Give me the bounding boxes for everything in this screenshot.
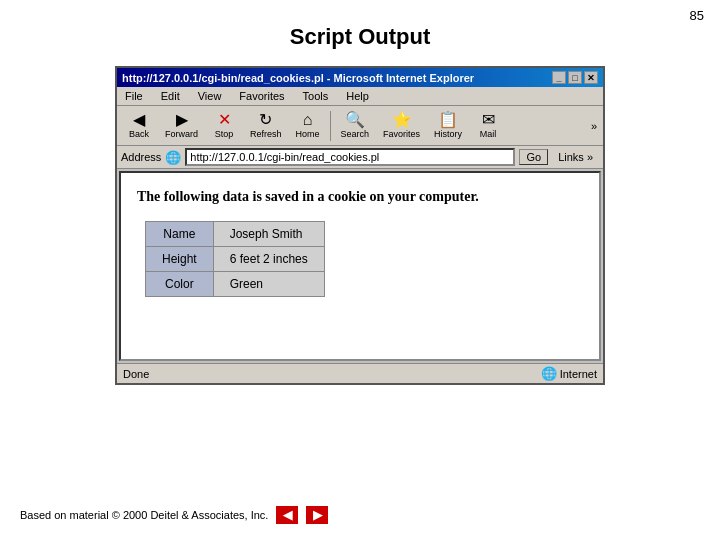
footer: Based on material © 2000 Deitel & Associ…	[20, 506, 328, 524]
home-icon: ⌂	[303, 112, 313, 128]
mail-icon: ✉	[482, 112, 495, 128]
page-number: 85	[690, 8, 704, 23]
toolbar-overflow[interactable]: »	[589, 118, 599, 134]
label-name: Name	[146, 222, 214, 247]
toolbar-separator	[330, 111, 331, 141]
address-bar: Address 🌐 Go Links »	[117, 146, 603, 169]
back-button[interactable]: ◀ Back	[121, 110, 157, 141]
address-label: Address	[121, 151, 161, 163]
status-zone: 🌐 Internet	[541, 366, 597, 381]
table-row: Name Joseph Smith	[146, 222, 325, 247]
back-icon: ◀	[133, 112, 145, 128]
address-page-icon: 🌐	[165, 150, 181, 165]
forward-label: Forward	[165, 129, 198, 139]
refresh-button[interactable]: ↻ Refresh	[244, 110, 288, 141]
zone-label: Internet	[560, 368, 597, 380]
search-label: Search	[341, 129, 370, 139]
favorites-icon: ⭐	[392, 112, 412, 128]
mail-label: Mail	[480, 129, 497, 139]
history-icon: 📋	[438, 112, 458, 128]
mail-button[interactable]: ✉ Mail	[470, 110, 506, 141]
search-button[interactable]: 🔍 Search	[335, 110, 376, 141]
back-label: Back	[129, 129, 149, 139]
address-input[interactable]	[185, 148, 515, 166]
value-color: Green	[213, 272, 324, 297]
menu-help[interactable]: Help	[342, 89, 373, 103]
title-bar: http://127.0.0.1/cgi-bin/read_cookies.pl…	[117, 68, 603, 87]
home-label: Home	[296, 129, 320, 139]
menu-edit[interactable]: Edit	[157, 89, 184, 103]
stop-icon: ✕	[218, 112, 231, 128]
title-bar-buttons: _ □ ✕	[552, 71, 598, 84]
history-label: History	[434, 129, 462, 139]
refresh-icon: ↻	[259, 112, 272, 128]
menu-favorites[interactable]: Favorites	[235, 89, 288, 103]
data-table: Name Joseph Smith Height 6 feet 2 inches…	[145, 221, 325, 297]
browser-window: http://127.0.0.1/cgi-bin/read_cookies.pl…	[115, 66, 605, 385]
table-row: Color Green	[146, 272, 325, 297]
refresh-label: Refresh	[250, 129, 282, 139]
content-area: The following data is saved in a cookie …	[119, 171, 601, 361]
links-button[interactable]: Links »	[552, 150, 599, 164]
menu-view[interactable]: View	[194, 89, 226, 103]
menu-tools[interactable]: Tools	[299, 89, 333, 103]
page-title: Script Output	[0, 24, 720, 50]
value-name: Joseph Smith	[213, 222, 324, 247]
toolbar: ◀ Back ▶ Forward ✕ Stop ↻ Refresh ⌂ Home…	[117, 106, 603, 146]
footer-text: Based on material © 2000 Deitel & Associ…	[20, 509, 268, 521]
search-icon: 🔍	[345, 112, 365, 128]
minimize-button[interactable]: _	[552, 71, 566, 84]
go-button[interactable]: Go	[519, 149, 548, 165]
prev-button[interactable]: ◀	[276, 506, 298, 524]
status-bar: Done 🌐 Internet	[117, 363, 603, 383]
menu-file[interactable]: File	[121, 89, 147, 103]
content-message: The following data is saved in a cookie …	[137, 189, 583, 205]
status-text: Done	[123, 368, 149, 380]
label-height: Height	[146, 247, 214, 272]
home-button[interactable]: ⌂ Home	[290, 110, 326, 141]
favorites-label: Favorites	[383, 129, 420, 139]
forward-icon: ▶	[176, 112, 188, 128]
label-color: Color	[146, 272, 214, 297]
forward-button[interactable]: ▶ Forward	[159, 110, 204, 141]
zone-icon: 🌐	[541, 366, 557, 381]
stop-button[interactable]: ✕ Stop	[206, 110, 242, 141]
value-height: 6 feet 2 inches	[213, 247, 324, 272]
favorites-button[interactable]: ⭐ Favorites	[377, 110, 426, 141]
browser-title: http://127.0.0.1/cgi-bin/read_cookies.pl…	[122, 72, 474, 84]
menu-bar: File Edit View Favorites Tools Help	[117, 87, 603, 106]
next-button[interactable]: ▶	[306, 506, 328, 524]
stop-label: Stop	[215, 129, 234, 139]
maximize-button[interactable]: □	[568, 71, 582, 84]
table-row: Height 6 feet 2 inches	[146, 247, 325, 272]
history-button[interactable]: 📋 History	[428, 110, 468, 141]
close-button[interactable]: ✕	[584, 71, 598, 84]
